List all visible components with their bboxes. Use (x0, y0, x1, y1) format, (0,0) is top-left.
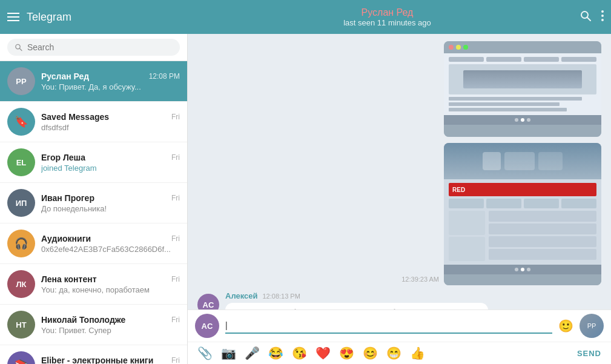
emoji-thumbsup[interactable]: 👍 (410, 346, 425, 360)
message-sender-name: Алексей (225, 291, 258, 300)
chat-name-saved: Saved Messages (41, 112, 109, 122)
chat-item-eliber[interactable]: 📚Eliber - электронные книгиFri-1931-Возв… (0, 345, 187, 364)
emoji-bar: 📎 📷 🎤 😂 😘 ❤️ 😍 😊 😁 👍 SEND (188, 342, 611, 364)
chat-time-saved: Fri (171, 113, 180, 121)
chat-info-eliber: Eliber - электронные книгиFri-1931-Возвр… (41, 356, 180, 365)
chat-avatar-ivan: ИП (7, 189, 35, 217)
message-time: 12:39:23 AM (401, 276, 439, 285)
emoji-kiss[interactable]: 😘 (292, 346, 307, 360)
chat-info-ruslan: Руслан Ред12:08 PMYou: Привет. Да, я обс… (41, 71, 180, 91)
message-group (197, 41, 601, 137)
chat-avatar-saved: 🔖 (7, 108, 35, 136)
attach-icon[interactable]: 📎 (197, 346, 213, 360)
sidebar: РРРуслан Ред12:08 PMYou: Привет. Да, я о… (0, 34, 188, 364)
chat-area: 12:39:23 AM RED (188, 34, 611, 364)
chat-preview-egor: joined Telegram (41, 164, 180, 173)
app-logo: Telegram (27, 11, 71, 24)
chat-item-egor[interactable]: ELЕгор ЛешаFrijoined Telegram (0, 142, 187, 183)
messages-container: 12:39:23 AM RED (188, 34, 611, 309)
chat-avatar-egor: EL (7, 148, 35, 176)
screenshot-image-2: RED (444, 143, 601, 285)
search-bar (0, 34, 187, 61)
more-button[interactable] (601, 10, 604, 24)
svg-point-2 (601, 10, 604, 13)
input-row: AC 🙂 РР (188, 309, 611, 342)
emoji-picker-button[interactable]: 🙂 (558, 319, 573, 333)
camera-icon[interactable]: 📷 (221, 346, 236, 360)
chat-item-ruslan[interactable]: РРРуслан Ред12:08 PMYou: Привет. Да, я о… (0, 61, 187, 102)
svg-line-6 (19, 48, 22, 51)
chat-preview-audio: 0x62efe42AE3B7cFa563C2866D6f... (41, 245, 180, 254)
chat-name-audio: Аудиокниги (41, 234, 91, 243)
chat-time-audio: Fri (171, 234, 180, 243)
chat-preview-nikolay: You: Привет. Супер (41, 326, 180, 335)
emoji-grin[interactable]: 😁 (386, 346, 401, 360)
search-icon (15, 43, 22, 51)
header-left: Telegram (7, 11, 195, 24)
chat-preview-lena: You: да, конечно, поработаем (41, 285, 180, 294)
chat-name-ivan: Иван Прогер (41, 193, 94, 203)
chat-name-egor: Егор Леша (41, 153, 85, 162)
header-contact-name[interactable]: Руслан Ред (362, 7, 414, 18)
chat-info-lena: Лена контентFriYou: да, конечно, поработ… (41, 274, 180, 294)
message-body: Алексей 12:08:13 PM Привет. Да, я обсужу… (225, 291, 488, 309)
svg-point-3 (601, 15, 604, 17)
chat-item-lena[interactable]: ЛКЛена контентFriYou: да, конечно, пораб… (0, 264, 187, 305)
microphone-icon[interactable]: 🎤 (245, 346, 260, 360)
chat-item-saved[interactable]: 🔖Saved MessagesFridfsdfsdf (0, 102, 187, 142)
screenshot-image-1 (444, 41, 601, 137)
chat-info-audio: АудиокнигиFri0x62efe42AE3B7cFa563C2866D6… (41, 234, 180, 254)
chat-avatar-lena: ЛК (7, 270, 35, 298)
chat-avatar-ruslan: РР (7, 67, 35, 95)
chat-time-ivan: Fri (171, 194, 180, 202)
chat-info-egor: Егор ЛешаFrijoined Telegram (41, 153, 180, 173)
input-user-avatar: AC (195, 314, 219, 338)
chat-list: РРРуслан Ред12:08 PMYou: Привет. Да, я о… (0, 61, 187, 364)
app-header: Telegram Руслан Ред last seen 11 minutes… (0, 0, 611, 34)
message-group-3: AC Алексей 12:08:13 PM Привет. Да, я обс… (197, 291, 601, 309)
chat-item-ivan[interactable]: ИПИван ПрогерFriДо понедельника! (0, 183, 187, 223)
emoji-smile[interactable]: 😊 (363, 346, 378, 360)
search-input-wrap[interactable] (7, 39, 180, 56)
send-button[interactable]: SEND (577, 349, 601, 358)
message-group-2: 12:39:23 AM RED (197, 143, 601, 285)
message-bubble: Привет. Да, я обсужу с Ильёй, а ещё я об… (225, 303, 488, 309)
search-input[interactable] (27, 42, 173, 52)
chat-item-nikolay[interactable]: НТНиколай ТополоджеFriYou: Привет. Супер (0, 305, 187, 345)
message-text: Привет. Да, я обсужу с Ильёй, а ещё я об… (233, 308, 477, 309)
header-contact-info: Руслан Ред last seen 11 minutes ago (195, 7, 580, 27)
chat-time-eliber: Fri (171, 356, 180, 365)
message-avatar: AC (197, 294, 219, 309)
recipient-avatar: РР (580, 314, 604, 338)
chat-item-audio[interactable]: 🎧АудиокнигиFri0x62efe42AE3B7cFa563C2866D… (0, 223, 187, 264)
chat-avatar-eliber: 📚 (7, 351, 35, 364)
chat-time-ruslan: 12:08 PM (149, 72, 180, 81)
chat-info-saved: Saved MessagesFridfsdfsdf (41, 112, 180, 132)
chat-time-egor: Fri (171, 153, 180, 162)
chat-name-nikolay: Николай Тополодже (41, 315, 125, 325)
chat-name-ruslan: Руслан Ред (41, 71, 89, 81)
header-contact-status: last seen 11 minutes ago (343, 18, 431, 27)
emoji-love-eyes[interactable]: 😍 (339, 346, 354, 360)
chat-avatar-nikolay: НТ (7, 311, 35, 339)
header-actions (580, 10, 604, 25)
chat-info-nikolay: Николай ТополоджеFriYou: Привет. Супер (41, 315, 180, 335)
emoji-laugh[interactable]: 😂 (268, 346, 283, 360)
chat-name-lena: Лена контент (41, 274, 97, 284)
svg-point-4 (601, 19, 604, 21)
chat-time-lena: Fri (171, 275, 180, 283)
menu-button[interactable] (7, 13, 19, 21)
chat-info-ivan: Иван ПрогерFriДо понедельника! (41, 193, 180, 213)
chat-time-nikolay: Fri (171, 316, 180, 324)
main-layout: РРРуслан Ред12:08 PMYou: Привет. Да, я о… (0, 34, 611, 364)
chat-avatar-audio: 🎧 (7, 230, 35, 257)
message-time-text: 12:08:13 PM (263, 293, 300, 300)
search-button[interactable] (580, 10, 592, 25)
chat-preview-ivan: До понедельника! (41, 204, 180, 213)
svg-line-1 (587, 17, 591, 21)
chat-preview-ruslan: You: Привет. Да, я обсужу... (41, 82, 180, 91)
chat-name-eliber: Eliber - электронные книги (41, 356, 153, 365)
chat-preview-saved: dfsdfsdf (41, 123, 180, 132)
message-input[interactable] (225, 318, 552, 334)
emoji-heart[interactable]: ❤️ (315, 346, 331, 360)
